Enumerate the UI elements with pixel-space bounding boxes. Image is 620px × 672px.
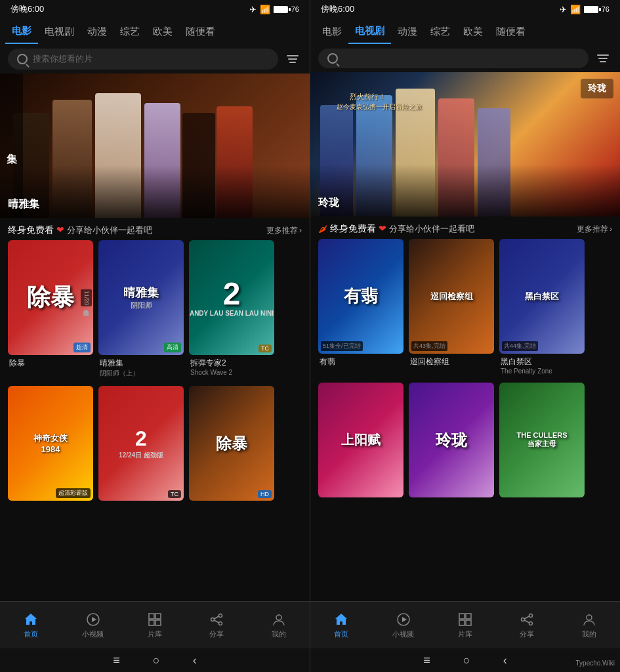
right-poster-2: 黑白禁区 共44集,完结 — [499, 239, 585, 354]
left-phone-panel: 傍晚6:00 ✈ 📶 76 电影 电视剧 动漫 综艺 欧美 随便看 搜索你想看的… — [0, 0, 310, 672]
right-sys-back[interactable]: ‹ — [503, 654, 507, 667]
right-tab-tv[interactable]: 电视剧 — [348, 20, 391, 44]
right-show-card-3[interactable]: 上阳赋 — [318, 383, 403, 497]
left-nav-video[interactable]: 小视频 — [73, 612, 113, 639]
left-poster-4: 2 12/24日 超劲版 TC — [98, 386, 184, 501]
left-tab-random[interactable]: 随便看 — [179, 20, 222, 43]
left-sys-nav: ≡ ○ ‹ — [0, 648, 310, 672]
left-nav-library-label: 片库 — [148, 629, 162, 639]
svg-marker-1 — [92, 617, 96, 622]
right-nav-tabs: 电影 电视剧 动漫 综艺 欧美 随便看 — [310, 18, 620, 45]
svg-rect-3 — [155, 614, 161, 619]
left-wifi-icon: 📶 — [260, 5, 270, 14]
svg-rect-5 — [155, 620, 161, 625]
right-status-right: ✈ 📶 76 — [560, 5, 610, 14]
right-poster-5: THE CULLERS当家主母 — [499, 383, 585, 497]
left-status-bar: 傍晚6:00 ✈ 📶 76 — [0, 0, 310, 18]
left-sys-back[interactable]: ‹ — [193, 654, 197, 667]
right-search-wrap[interactable] — [318, 49, 589, 68]
left-movie-card-2[interactable]: 2 ANDY LAU SEAN LAU NINI TC 拆弹专家2 Shock … — [189, 240, 274, 378]
left-nav-user-label: 我的 — [272, 629, 286, 639]
svg-line-21 — [525, 616, 529, 619]
left-heart-icon: ❤ — [56, 224, 67, 235]
right-nav-share[interactable]: 分享 — [507, 612, 547, 639]
left-movie-card-4[interactable]: 2 12/24日 超劲版 TC — [98, 386, 184, 501]
left-badge-5: HD — [258, 490, 272, 498]
left-hero-overlay — [0, 165, 310, 218]
left-chevron-icon: › — [299, 226, 302, 235]
right-show-card-0[interactable]: 有翡 51集全/已完结 有翡 — [318, 239, 403, 375]
right-tab-movie[interactable]: 电影 — [316, 20, 348, 43]
left-bottom-nav: 首页 小视频 片库 分享 我的 — [0, 601, 310, 648]
right-nav-video-label: 小视频 — [392, 629, 414, 639]
left-movie-card-1[interactable]: 晴雅集 阴阳师 高清 晴雅集 阴阳师（上） — [98, 240, 184, 378]
right-filter-icon[interactable] — [594, 49, 612, 68]
left-movie-card-5[interactable]: 除暴 HD — [189, 386, 274, 501]
right-section-header: 🌶 终身免费看 ❤ 分享给小伙伴一起看吧 更多推荐 › — [310, 217, 620, 239]
right-battery — [584, 6, 598, 13]
right-section-title: 终身免费看 ❤ 分享给小伙伴一起看吧 — [330, 223, 574, 235]
left-search-wrap[interactable]: 搜索你想看的片 — [8, 49, 278, 70]
left-more-btn[interactable]: 更多推荐 › — [266, 225, 302, 236]
right-show-card-1[interactable]: 巡回检察组 共43集,完结 巡回检察组 — [409, 239, 494, 375]
left-nav-library[interactable]: 片库 — [135, 612, 175, 639]
right-sys-nav: ≡ ○ ‹ Typecho.Wiki — [310, 648, 620, 672]
left-nav-share-label: 分享 — [209, 629, 224, 639]
right-nav-user[interactable]: 我的 — [569, 612, 609, 639]
svg-rect-17 — [466, 620, 471, 625]
left-tab-western[interactable]: 欧美 — [146, 20, 179, 43]
right-plane-icon: ✈ — [560, 5, 567, 14]
svg-point-8 — [219, 621, 222, 625]
left-movie-name-2: 拆弹专家2 — [189, 358, 274, 369]
right-tab-variety[interactable]: 综艺 — [424, 20, 457, 43]
right-sys-menu[interactable]: ≡ — [423, 654, 430, 667]
left-tab-tv[interactable]: 电视剧 — [38, 20, 81, 43]
left-section-text: 终身免费看 — [8, 224, 54, 235]
right-nav-video[interactable]: 小视频 — [384, 612, 423, 639]
right-sys-home[interactable]: ○ — [463, 654, 470, 667]
left-tab-variety[interactable]: 综艺 — [114, 20, 146, 43]
left-nav-user[interactable]: 我的 — [259, 612, 299, 639]
left-filter-icon[interactable] — [283, 50, 302, 68]
left-poster-2: 2 ANDY LAU SEAN LAU NINI TC — [189, 240, 274, 355]
svg-line-9 — [215, 616, 219, 619]
left-sys-menu[interactable]: ≡ — [113, 654, 120, 667]
right-tab-western[interactable]: 欧美 — [457, 20, 489, 43]
right-eps-1: 共43集,完结 — [411, 341, 447, 351]
svg-point-18 — [529, 614, 533, 617]
left-hero-banner[interactable]: 集 晴雅集 — [0, 74, 310, 218]
right-show-card-4[interactable]: 玲珑 — [409, 383, 494, 497]
left-nav-tabs: 电影 电视剧 动漫 综艺 欧美 随便看 — [0, 18, 310, 45]
left-nav-home[interactable]: 首页 — [11, 612, 51, 639]
right-show-card-2[interactable]: 黑白禁区 共44集,完结 黑白禁区 The Penalty Zone — [499, 239, 585, 375]
right-tab-random[interactable]: 随便看 — [489, 20, 532, 43]
left-movie-card-0[interactable]: 除暴 超清 11/20晚不放弃 除暴 — [8, 240, 93, 378]
right-home-icon — [333, 612, 349, 627]
right-hero-banner[interactable]: 烈火前行！ 赵今麦袁弘携一开启冒险之旅 玲珑 玲珑 — [310, 72, 620, 217]
svg-point-6 — [219, 614, 222, 617]
svg-line-22 — [525, 620, 529, 623]
svg-point-23 — [587, 615, 592, 620]
right-tab-anime[interactable]: 动漫 — [391, 20, 424, 43]
right-eps-2: 共44集,完结 — [502, 341, 538, 351]
left-tab-anime[interactable]: 动漫 — [81, 20, 114, 43]
right-show-card-5[interactable]: THE CULLERS当家主母 — [499, 383, 585, 497]
right-nav-home[interactable]: 首页 — [321, 612, 361, 639]
right-bottom-nav: 首页 小视频 片库 分享 我的 — [310, 601, 620, 648]
right-poster-0: 有翡 51集全/已完结 — [318, 239, 403, 354]
left-badge-3: 超清彩霸版 — [56, 488, 91, 498]
right-nav-user-label: 我的 — [582, 629, 596, 639]
right-share-icon — [519, 612, 535, 627]
svg-rect-4 — [149, 620, 154, 625]
right-library-icon — [457, 612, 473, 627]
left-movie-card-3[interactable]: 神奇女侠1984 超清彩霸版 — [8, 386, 93, 501]
left-tab-movie[interactable]: 电影 — [5, 20, 38, 44]
right-more-btn[interactable]: 更多推荐 › — [577, 224, 612, 235]
right-nav-library[interactable]: 片库 — [445, 612, 485, 639]
left-sys-home[interactable]: ○ — [153, 654, 160, 667]
left-user-icon — [271, 612, 287, 627]
left-library-icon — [147, 612, 163, 627]
left-main-content: 集 晴雅集 终身免费看 ❤ 分享给小伙伴一起看吧 更多推荐 › — [0, 74, 310, 601]
left-movie-name-0: 除暴 — [8, 358, 93, 369]
left-nav-share[interactable]: 分享 — [197, 612, 236, 639]
